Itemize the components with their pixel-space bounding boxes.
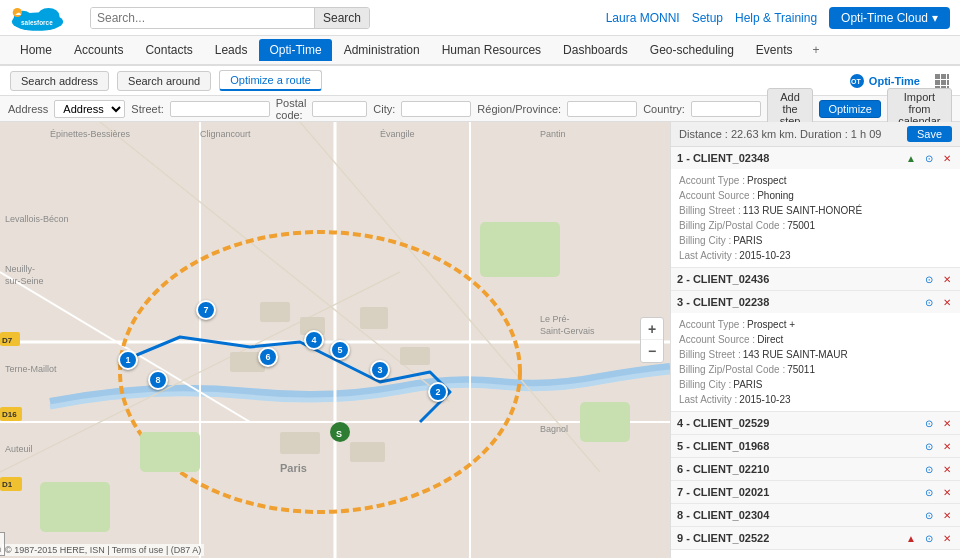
nav-contacts[interactable]: Contacts: [135, 39, 202, 61]
zoom-out-button[interactable]: −: [641, 340, 663, 362]
svg-rect-13: [947, 80, 949, 85]
topbar-right: Laura MONNI Setup Help & Training Opti-T…: [606, 7, 950, 29]
nav-accounts[interactable]: Accounts: [64, 39, 133, 61]
client-id-7: 7 - CLIENT_02021: [677, 486, 769, 498]
user-name[interactable]: Laura MONNI: [606, 11, 680, 25]
client-id-6: 6 - CLIENT_02210: [677, 463, 769, 475]
close-icon-1[interactable]: ✕: [940, 151, 954, 165]
nav-human-resources[interactable]: Human Resources: [432, 39, 551, 61]
client-header-7[interactable]: 7 - CLIENT_02021 ⊙ ✕: [671, 481, 960, 503]
client-header-6[interactable]: 6 - CLIENT_02210 ⊙ ✕: [671, 458, 960, 480]
grid-icon[interactable]: [934, 73, 950, 89]
svg-text:Levallois-Bécon: Levallois-Bécon: [5, 214, 69, 224]
map-pin-2[interactable]: 2: [428, 382, 448, 402]
client-actions-8: ⊙ ✕: [922, 508, 954, 522]
close-icon-6[interactable]: ✕: [940, 462, 954, 476]
clock-icon-8[interactable]: ⊙: [922, 508, 936, 522]
clock-icon-6[interactable]: ⊙: [922, 462, 936, 476]
client-id-5: 5 - CLIENT_01968: [677, 440, 769, 452]
city-input[interactable]: [401, 101, 471, 117]
map-pin-7[interactable]: 7: [196, 300, 216, 320]
clock-icon-3[interactable]: ⊙: [922, 295, 936, 309]
map-pin-6[interactable]: 6: [258, 347, 278, 367]
region-input[interactable]: [567, 101, 637, 117]
close-icon-4[interactable]: ✕: [940, 416, 954, 430]
client-actions-1: ▲ ⊙ ✕: [904, 151, 954, 165]
client-header-9[interactable]: 9 - CLIENT_02522 ▲ ⊙ ✕: [671, 527, 960, 549]
client-id-8: 8 - CLIENT_02304: [677, 509, 769, 521]
client-id-1: 1 - CLIENT_02348: [677, 152, 769, 164]
list-item: 4 - CLIENT_02529 ⊙ ✕: [671, 412, 960, 435]
svg-text:Épinettes-Bessières: Épinettes-Bessières: [50, 129, 131, 139]
nav-add-icon[interactable]: +: [805, 39, 828, 61]
search-button[interactable]: Search: [314, 8, 369, 28]
client-header-8[interactable]: 8 - CLIENT_02304 ⊙ ✕: [671, 504, 960, 526]
clock-icon-2[interactable]: ⊙: [922, 272, 936, 286]
close-icon-7[interactable]: ✕: [940, 485, 954, 499]
list-item: 8 - CLIENT_02304 ⊙ ✕: [671, 504, 960, 527]
list-item: 1 - CLIENT_02348 ▲ ⊙ ✕ Account Type : Pr…: [671, 147, 960, 268]
clock-icon-4[interactable]: ⊙: [922, 416, 936, 430]
street-input[interactable]: [170, 101, 270, 117]
map-pin-5[interactable]: 5: [330, 340, 350, 360]
nav-events[interactable]: Events: [746, 39, 803, 61]
close-icon-8[interactable]: ✕: [940, 508, 954, 522]
svg-rect-28: [140, 432, 200, 472]
optitime-logo: OT Opti-Time: [849, 73, 920, 89]
client-header-1[interactable]: 1 - CLIENT_02348 ▲ ⊙ ✕: [671, 147, 960, 169]
country-input[interactable]: [691, 101, 761, 117]
nav-geo-scheduling[interactable]: Geo-scheduling: [640, 39, 744, 61]
svg-text:D7: D7: [2, 336, 13, 345]
close-icon-9[interactable]: ✕: [940, 531, 954, 545]
map-pin-1[interactable]: 1: [118, 350, 138, 370]
clock-icon-7[interactable]: ⊙: [922, 485, 936, 499]
optimize-route-button[interactable]: Optimize a route: [219, 70, 322, 91]
search-around-button[interactable]: Search around: [117, 71, 211, 91]
zoom-in-button[interactable]: +: [641, 318, 663, 340]
optimize-button[interactable]: Optimize: [819, 100, 880, 118]
addressbar: Address Address Street: Postal code: Cit…: [0, 96, 960, 122]
clock-icon-1[interactable]: ⊙: [922, 151, 936, 165]
map-container[interactable]: S Épinettes-Bessières Clignancourt Évang…: [0, 122, 670, 558]
client-header-4[interactable]: 4 - CLIENT_02529 ⊙ ✕: [671, 412, 960, 434]
optitime-cloud-button[interactable]: Opti-Time Cloud ▾: [829, 7, 950, 29]
address-type-select[interactable]: Address: [54, 100, 125, 118]
setup-link[interactable]: Setup: [692, 11, 723, 25]
optitime-icon: OT: [849, 73, 865, 89]
save-button[interactable]: Save: [907, 126, 952, 142]
clock-icon-5[interactable]: ⊙: [922, 439, 936, 453]
svg-rect-9: [941, 74, 946, 79]
nav-leads[interactable]: Leads: [205, 39, 258, 61]
postal-input[interactable]: [312, 101, 367, 117]
svg-text:D16: D16: [2, 410, 17, 419]
svg-text:sur-Seine: sur-Seine: [5, 276, 44, 286]
svg-rect-37: [280, 432, 320, 454]
nav-dashboards[interactable]: Dashboards: [553, 39, 638, 61]
map-pin-8[interactable]: 8: [148, 370, 168, 390]
search-box: Search: [90, 7, 370, 29]
pin-red-icon-9[interactable]: ▲: [904, 531, 918, 545]
navbar: Home Accounts Contacts Leads Opti-Time A…: [0, 36, 960, 66]
client-header-2[interactable]: 2 - CLIENT_02436 ⊙ ✕: [671, 268, 960, 290]
client-header-3[interactable]: 3 - CLIENT_02238 ⊙ ✕: [671, 291, 960, 313]
help-link[interactable]: Help & Training: [735, 11, 817, 25]
close-icon-5[interactable]: ✕: [940, 439, 954, 453]
svg-text:Pantin: Pantin: [540, 129, 566, 139]
search-input[interactable]: [91, 8, 314, 28]
map-zoom-controls: + −: [640, 317, 664, 363]
nav-administration[interactable]: Administration: [334, 39, 430, 61]
svg-rect-34: [360, 307, 388, 329]
clock-icon-9[interactable]: ⊙: [922, 531, 936, 545]
nav-optitime[interactable]: Opti-Time: [259, 39, 331, 61]
map-pin-3[interactable]: 3: [370, 360, 390, 380]
client-header-5[interactable]: 5 - CLIENT_01968 ⊙ ✕: [671, 435, 960, 457]
map-pin-4[interactable]: 4: [304, 330, 324, 350]
chevron-down-icon: ▾: [932, 11, 938, 25]
close-icon-3[interactable]: ✕: [940, 295, 954, 309]
search-address-button[interactable]: Search address: [10, 71, 109, 91]
svg-text:Paris: Paris: [280, 462, 307, 474]
nav-home[interactable]: Home: [10, 39, 62, 61]
close-icon-2[interactable]: ✕: [940, 272, 954, 286]
pin-green-icon-1[interactable]: ▲: [904, 151, 918, 165]
svg-text:Le Pré-: Le Pré-: [540, 314, 570, 324]
